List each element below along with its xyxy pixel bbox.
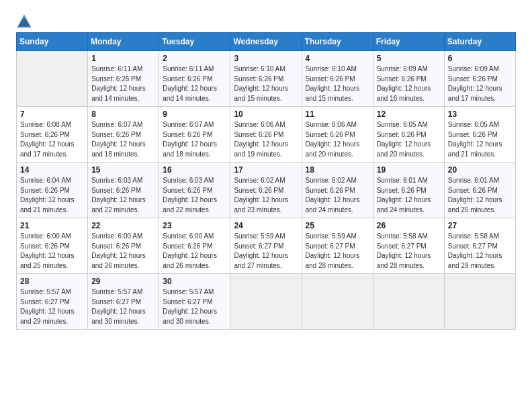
day-info: Sunrise: 5:58 AMSunset: 6:27 PMDaylight:… <box>448 232 512 271</box>
day-number: 23 <box>163 221 226 230</box>
day-info: Sunrise: 6:10 AMSunset: 6:26 PMDaylight:… <box>306 64 369 103</box>
day-number: 29 <box>91 277 155 286</box>
svg-marker-2 <box>18 17 30 27</box>
logo-icon <box>16 13 32 30</box>
day-number: 9 <box>163 109 226 119</box>
day-cell: 22Sunrise: 6:00 AMSunset: 6:26 PMDayligh… <box>88 218 159 274</box>
day-info: Sunrise: 6:02 AMSunset: 6:26 PMDaylight:… <box>306 176 369 215</box>
day-cell: 19Sunrise: 6:01 AMSunset: 6:26 PMDayligh… <box>373 163 444 218</box>
day-info: Sunrise: 6:01 AMSunset: 6:26 PMDaylight:… <box>377 176 441 215</box>
day-cell: 9Sunrise: 6:07 AMSunset: 6:26 PMDaylight… <box>159 107 230 163</box>
day-cell: 24Sunrise: 5:59 AMSunset: 6:27 PMDayligh… <box>230 218 302 274</box>
day-info: Sunrise: 6:07 AMSunset: 6:26 PMDaylight:… <box>91 120 155 159</box>
header-sunday: Sunday <box>17 33 88 51</box>
day-cell: 30Sunrise: 5:57 AMSunset: 6:27 PMDayligh… <box>159 274 230 330</box>
day-cell: 21Sunrise: 6:00 AMSunset: 6:26 PMDayligh… <box>17 218 88 274</box>
day-number: 5 <box>377 54 441 63</box>
day-number: 11 <box>306 109 369 119</box>
day-number: 3 <box>234 54 298 63</box>
day-info: Sunrise: 6:11 AMSunset: 6:26 PMDaylight:… <box>163 64 226 103</box>
day-info: Sunrise: 6:08 AMSunset: 6:26 PMDaylight:… <box>20 120 84 159</box>
week-row-4: 21Sunrise: 6:00 AMSunset: 6:26 PMDayligh… <box>17 218 516 274</box>
header-friday: Friday <box>373 33 444 51</box>
day-info: Sunrise: 6:03 AMSunset: 6:26 PMDaylight:… <box>163 176 226 215</box>
day-info: Sunrise: 6:00 AMSunset: 6:26 PMDaylight:… <box>163 232 226 271</box>
day-cell: 2Sunrise: 6:11 AMSunset: 6:26 PMDaylight… <box>159 51 230 107</box>
day-number: 30 <box>163 277 226 286</box>
week-row-2: 7Sunrise: 6:08 AMSunset: 6:26 PMDaylight… <box>17 107 516 163</box>
day-info: Sunrise: 5:57 AMSunset: 6:27 PMDaylight:… <box>163 287 226 326</box>
day-cell: 5Sunrise: 6:09 AMSunset: 6:26 PMDaylight… <box>373 51 444 107</box>
week-row-1: 1Sunrise: 6:11 AMSunset: 6:26 PMDaylight… <box>17 51 516 107</box>
day-cell <box>302 274 373 330</box>
day-info: Sunrise: 6:00 AMSunset: 6:26 PMDaylight:… <box>20 232 84 271</box>
day-cell: 14Sunrise: 6:04 AMSunset: 6:26 PMDayligh… <box>17 163 88 218</box>
day-cell: 23Sunrise: 6:00 AMSunset: 6:26 PMDayligh… <box>159 218 230 274</box>
day-number: 20 <box>448 165 512 175</box>
day-number: 2 <box>163 54 226 63</box>
day-info: Sunrise: 6:10 AMSunset: 6:26 PMDaylight:… <box>234 64 298 103</box>
day-number: 10 <box>234 109 298 119</box>
day-info: Sunrise: 6:09 AMSunset: 6:26 PMDaylight:… <box>377 64 441 103</box>
day-number: 26 <box>377 221 441 230</box>
day-info: Sunrise: 5:57 AMSunset: 6:27 PMDaylight:… <box>20 287 84 326</box>
day-info: Sunrise: 6:04 AMSunset: 6:26 PMDaylight:… <box>20 176 84 215</box>
header-saturday: Saturday <box>444 33 515 51</box>
day-number: 15 <box>91 165 155 175</box>
day-number: 27 <box>448 221 512 230</box>
day-cell: 13Sunrise: 6:05 AMSunset: 6:26 PMDayligh… <box>444 107 515 163</box>
header-wednesday: Wednesday <box>230 33 302 51</box>
day-number: 16 <box>163 165 226 175</box>
day-number: 7 <box>20 109 84 119</box>
day-cell <box>230 274 302 330</box>
day-number: 28 <box>20 277 84 286</box>
day-number: 25 <box>306 221 369 230</box>
day-cell: 26Sunrise: 5:58 AMSunset: 6:27 PMDayligh… <box>373 218 444 274</box>
day-info: Sunrise: 6:00 AMSunset: 6:26 PMDaylight:… <box>91 232 155 271</box>
day-cell: 17Sunrise: 6:02 AMSunset: 6:26 PMDayligh… <box>230 163 302 218</box>
header-thursday: Thursday <box>302 33 373 51</box>
header-tuesday: Tuesday <box>159 33 230 51</box>
day-cell: 11Sunrise: 6:06 AMSunset: 6:26 PMDayligh… <box>302 107 373 163</box>
day-number: 21 <box>20 221 84 230</box>
day-cell <box>17 51 88 107</box>
day-number: 12 <box>377 109 441 119</box>
day-cell: 16Sunrise: 6:03 AMSunset: 6:26 PMDayligh… <box>159 163 230 218</box>
day-cell: 25Sunrise: 5:59 AMSunset: 6:27 PMDayligh… <box>302 218 373 274</box>
day-cell: 15Sunrise: 6:03 AMSunset: 6:26 PMDayligh… <box>88 163 159 218</box>
day-info: Sunrise: 6:06 AMSunset: 6:26 PMDaylight:… <box>234 120 298 159</box>
day-number: 19 <box>377 165 441 175</box>
day-number: 4 <box>306 54 369 63</box>
day-number: 22 <box>91 221 155 230</box>
day-info: Sunrise: 6:09 AMSunset: 6:26 PMDaylight:… <box>448 64 512 103</box>
day-info: Sunrise: 5:59 AMSunset: 6:27 PMDaylight:… <box>306 232 369 271</box>
day-cell <box>373 274 444 330</box>
day-number: 14 <box>20 165 84 175</box>
page-header <box>16 13 516 30</box>
week-row-5: 28Sunrise: 5:57 AMSunset: 6:27 PMDayligh… <box>17 274 516 330</box>
day-info: Sunrise: 6:03 AMSunset: 6:26 PMDaylight:… <box>91 176 155 215</box>
day-info: Sunrise: 6:05 AMSunset: 6:26 PMDaylight:… <box>377 120 441 159</box>
calendar-header-row: SundayMondayTuesdayWednesdayThursdayFrid… <box>17 33 516 51</box>
day-cell: 4Sunrise: 6:10 AMSunset: 6:26 PMDaylight… <box>302 51 373 107</box>
day-number: 8 <box>91 109 155 119</box>
logo <box>16 13 35 30</box>
day-cell: 8Sunrise: 6:07 AMSunset: 6:26 PMDaylight… <box>88 107 159 163</box>
day-info: Sunrise: 5:59 AMSunset: 6:27 PMDaylight:… <box>234 232 298 271</box>
day-cell: 1Sunrise: 6:11 AMSunset: 6:26 PMDaylight… <box>88 51 159 107</box>
day-info: Sunrise: 6:07 AMSunset: 6:26 PMDaylight:… <box>163 120 226 159</box>
day-number: 6 <box>448 54 512 63</box>
day-number: 18 <box>306 165 369 175</box>
day-number: 1 <box>91 54 155 63</box>
day-info: Sunrise: 6:11 AMSunset: 6:26 PMDaylight:… <box>91 64 155 103</box>
calendar-table: SundayMondayTuesdayWednesdayThursdayFrid… <box>16 32 516 330</box>
day-cell: 18Sunrise: 6:02 AMSunset: 6:26 PMDayligh… <box>302 163 373 218</box>
day-info: Sunrise: 5:57 AMSunset: 6:27 PMDaylight:… <box>91 287 155 326</box>
day-info: Sunrise: 6:02 AMSunset: 6:26 PMDaylight:… <box>234 176 298 215</box>
day-info: Sunrise: 5:58 AMSunset: 6:27 PMDaylight:… <box>377 232 441 271</box>
day-cell: 29Sunrise: 5:57 AMSunset: 6:27 PMDayligh… <box>88 274 159 330</box>
day-cell: 6Sunrise: 6:09 AMSunset: 6:26 PMDaylight… <box>444 51 515 107</box>
day-info: Sunrise: 6:06 AMSunset: 6:26 PMDaylight:… <box>306 120 369 159</box>
day-number: 24 <box>234 221 298 230</box>
day-cell: 20Sunrise: 6:01 AMSunset: 6:26 PMDayligh… <box>444 163 515 218</box>
